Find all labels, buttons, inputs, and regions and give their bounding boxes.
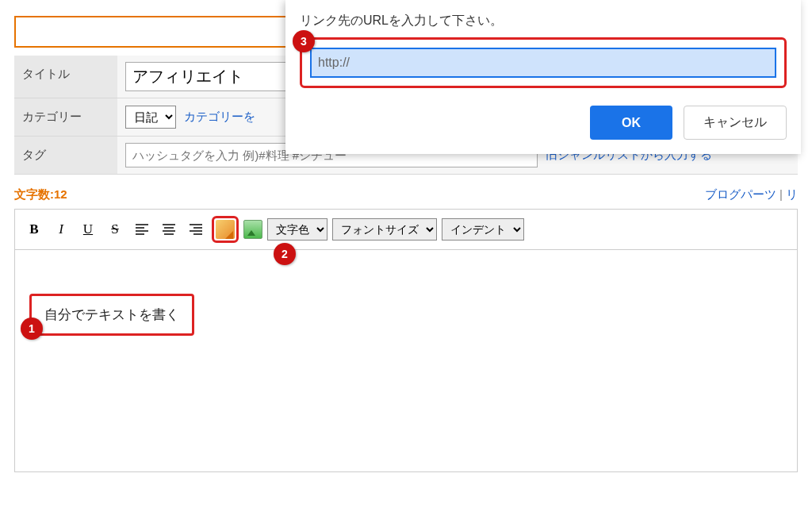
- align-center-icon: [163, 224, 175, 235]
- italic-button[interactable]: I: [50, 219, 72, 240]
- category-select[interactable]: 日記: [125, 106, 176, 129]
- url-input-highlight: 3: [300, 37, 787, 88]
- char-count-label: 文字数:: [14, 187, 54, 201]
- text-color-select[interactable]: 文字色: [267, 218, 327, 241]
- align-right-icon: [190, 224, 202, 235]
- selected-text-highlight: 自分でテキストを書く: [29, 294, 194, 336]
- url-input[interactable]: [310, 48, 776, 78]
- strike-button[interactable]: S: [104, 219, 126, 240]
- editor-area[interactable]: 自分でテキストを書く: [14, 250, 798, 472]
- dialog-buttons: OK キャンセル: [300, 106, 787, 140]
- insert-link-button[interactable]: [216, 220, 235, 239]
- char-count: 文字数:12: [14, 187, 67, 202]
- align-right-button[interactable]: [185, 219, 207, 240]
- label-title: タイトル: [14, 56, 117, 98]
- align-left-icon: [136, 224, 148, 235]
- align-center-button[interactable]: [158, 219, 180, 240]
- ok-button[interactable]: OK: [590, 106, 672, 140]
- link-button-highlight: [212, 216, 239, 243]
- callout-badge-3: 3: [293, 30, 315, 52]
- editor-toolbar: B I U S 文字色 フォントサイズ インデント: [14, 209, 798, 250]
- indent-select[interactable]: インデント: [442, 218, 524, 241]
- bold-button[interactable]: B: [23, 219, 45, 240]
- char-count-row: 文字数:12 ブログパーツ | リ: [0, 175, 812, 209]
- font-size-select[interactable]: フォントサイズ: [332, 218, 437, 241]
- callout-badge-2: 2: [274, 243, 296, 265]
- cancel-button[interactable]: キャンセル: [684, 106, 787, 140]
- link-sep: |: [776, 187, 786, 201]
- link-icon: [216, 220, 235, 239]
- align-left-button[interactable]: [131, 219, 153, 240]
- callout-badge-1: 1: [21, 318, 43, 340]
- link-url-dialog: リンク先のURLを入力して下さい。 3 OK キャンセル: [285, 0, 801, 154]
- underline-button[interactable]: U: [77, 219, 99, 240]
- dialog-prompt: リンク先のURLを入力して下さい。: [300, 13, 787, 29]
- blog-parts-link[interactable]: ブログパーツ: [705, 187, 776, 201]
- category-edit-link[interactable]: カテゴリーを: [184, 110, 255, 125]
- label-category: カテゴリー: [14, 98, 117, 136]
- label-tag: タグ: [14, 137, 117, 174]
- right-link-2[interactable]: リ: [786, 187, 798, 201]
- insert-image-button[interactable]: [243, 220, 262, 239]
- image-icon: [243, 220, 262, 239]
- char-count-value: 12: [54, 187, 67, 201]
- right-links: ブログパーツ | リ: [705, 187, 798, 202]
